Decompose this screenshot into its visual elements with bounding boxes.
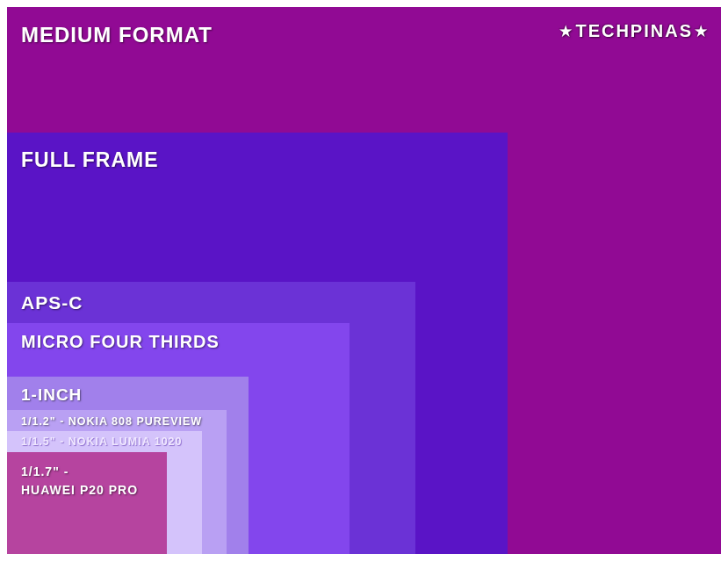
nokia-808-label: 1/1.2" - Nokia 808 Pureview	[21, 415, 202, 428]
star-icon: ★	[695, 23, 709, 40]
medium-format-label: Medium Format	[21, 23, 213, 47]
watermark: ★ TECHPINAS ★	[559, 21, 709, 41]
huawei-line1: 1/1.7" -	[21, 464, 68, 478]
sensor-size-diagram: Medium Format ★ TECHPINAS ★ Full Frame A…	[7, 7, 721, 554]
micro-four-thirds-label: Micro Four Thirds	[21, 332, 220, 352]
huawei-line2: Huawei P20 Pro	[21, 483, 138, 497]
full-frame-label: Full Frame	[21, 148, 159, 172]
star-icon: ★	[559, 23, 573, 40]
huawei-p20-pro-label: 1/1.7" - Huawei P20 Pro	[21, 463, 138, 500]
nokia-1020-label: 1/1.5" - Nokia Lumia 1020	[21, 435, 183, 448]
huawei-p20-pro-box: 1/1.7" - Huawei P20 Pro	[7, 452, 167, 554]
watermark-text: TECHPINAS	[575, 21, 693, 41]
one-inch-label: 1-Inch	[21, 385, 82, 405]
aps-c-label: APS-C	[21, 292, 83, 313]
